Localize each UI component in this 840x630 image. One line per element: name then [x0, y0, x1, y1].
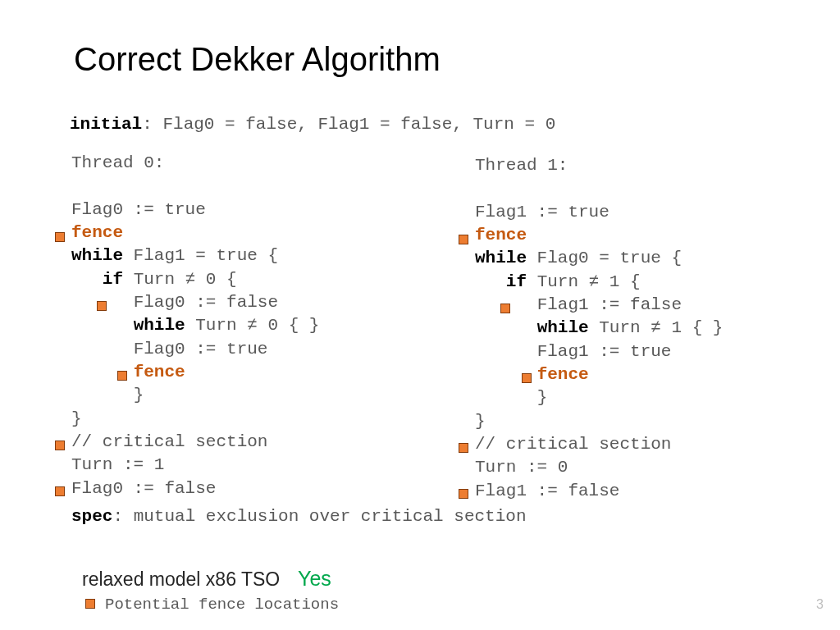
t0-fence-1: fence [71, 223, 123, 242]
t1-l1: Flag1 := true [475, 201, 723, 224]
t0-while-2: while [134, 316, 185, 335]
spec-line: spec: mutual exclusion over critical sec… [71, 507, 527, 526]
t1-l5: Flag1 := false [537, 295, 682, 314]
thread-1-block: Thread 1: Flag1 := true fence while Flag… [475, 154, 723, 503]
slide: Correct Dekker Algorithm initial: Flag0 … [0, 0, 840, 630]
t1-l9: } [537, 388, 548, 407]
fence-marker-icon [522, 373, 532, 383]
thread-1-header: Thread 1: [475, 154, 723, 177]
fence-marker-icon [459, 235, 468, 244]
thread-0-header: Thread 0: [71, 152, 319, 175]
t0-l12: Turn := 1 [71, 454, 319, 477]
t1-fence-2: fence [537, 365, 589, 384]
t0-l10: } [71, 408, 319, 431]
fence-marker-icon [117, 371, 127, 381]
t1-l13: Flag1 := false [475, 480, 723, 503]
t0-l5: Flag0 := false [134, 293, 278, 312]
spec-keyword: spec [71, 507, 112, 526]
relaxed-model-label: relaxed model x86 TSO [82, 568, 280, 591]
fence-marker-icon [55, 441, 65, 450]
initial-line: initial: Flag0 = false, Flag1 = false, T… [70, 115, 555, 134]
t1-l7: Flag1 := true [537, 342, 672, 361]
t0-l3b: Flag1 = true { [123, 246, 278, 265]
fence-marker-icon [85, 599, 95, 609]
legend-label: Potential fence locations [105, 596, 339, 614]
fence-marker-icon [97, 301, 107, 311]
t1-l10: } [475, 410, 723, 433]
fence-marker-icon [459, 489, 468, 499]
fence-marker-icon [459, 443, 468, 453]
t0-l11: // critical section [71, 431, 319, 454]
fence-marker-icon [500, 304, 510, 313]
t0-l6b: Turn ≠ 0 { } [185, 316, 320, 335]
t1-l4b: Turn ≠ 1 { [527, 272, 641, 291]
t1-fence-1: fence [475, 226, 527, 244]
spec-rest: : mutual exclusion over critical section [112, 507, 526, 526]
t1-l12: Turn := 0 [475, 456, 723, 479]
t0-l7: Flag0 := true [134, 340, 268, 358]
t0-l4b: Turn ≠ 0 { [123, 270, 237, 289]
initial-rest: : Flag0 = false, Flag1 = false, Turn = 0 [142, 115, 555, 134]
page-number: 3 [816, 597, 824, 612]
t1-while-2: while [537, 318, 589, 337]
t1-if: if [506, 272, 527, 291]
t0-l13: Flag0 := false [71, 477, 319, 500]
yes-label: Yes [298, 567, 331, 591]
t1-l6b: Turn ≠ 1 { } [589, 318, 724, 337]
slide-title: Correct Dekker Algorithm [74, 41, 441, 78]
thread-0-block: Thread 0: Flag0 := true fence while Flag… [71, 152, 319, 500]
fence-marker-icon [55, 486, 65, 496]
t0-l1: Flag0 := true [71, 199, 319, 221]
t0-while-1: while [71, 246, 123, 265]
t1-l3b: Flag0 = true { [527, 249, 682, 267]
t0-fence-2: fence [134, 363, 185, 381]
t1-l11: // critical section [475, 433, 723, 456]
t1-while-1: while [475, 249, 527, 267]
fence-marker-icon [55, 232, 65, 242]
t0-if: if [103, 270, 123, 289]
t0-l9: } [134, 386, 144, 404]
initial-keyword: initial [70, 115, 142, 134]
